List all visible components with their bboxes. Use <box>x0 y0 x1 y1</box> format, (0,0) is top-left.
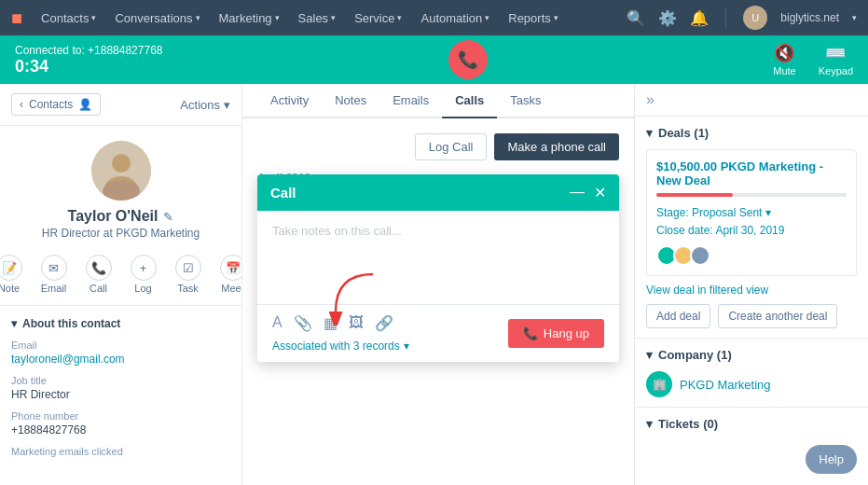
top-navigation: ■ Contacts ▾ Conversations ▾ Marketing ▾… <box>0 0 868 35</box>
email-value: tayloroneil@gmail.com <box>11 353 230 366</box>
associated-records-button[interactable]: Associated with 3 records ▾ <box>272 340 409 353</box>
call-button[interactable]: 📞 Call <box>80 251 117 298</box>
actions-menu-button[interactable]: Actions ▾ <box>180 98 230 112</box>
minimize-icon[interactable]: — <box>570 184 585 201</box>
email-label: Email <box>11 340 230 351</box>
call-modal-body[interactable]: Take notes on this call... <box>257 211 619 304</box>
tab-notes[interactable]: Notes <box>322 84 379 118</box>
tabs-bar: Activity Notes Emails Calls Tasks <box>242 84 634 118</box>
task-button[interactable]: ☑ Task <box>170 251 207 298</box>
contacts-back-button[interactable]: ‹ Contacts 👤 <box>11 93 101 116</box>
marketing-field: Marketing emails clicked <box>11 446 230 457</box>
tab-activity[interactable]: Activity <box>257 84 322 118</box>
keypad-button[interactable]: ⌨️ Keypad <box>819 43 853 76</box>
email-field: Email tayloroneil@gmail.com <box>11 340 230 366</box>
chevron-down-icon: ▾ <box>91 13 96 22</box>
nav-reports[interactable]: Reports ▾ <box>501 7 566 29</box>
deal-progress-fill <box>656 193 733 197</box>
tab-tasks[interactable]: Tasks <box>497 84 554 118</box>
chevron-down-icon: ▾ <box>331 13 336 22</box>
call-modal-controls: — ✕ <box>570 184 606 201</box>
view-deal-link[interactable]: View deal in filtered view <box>646 284 857 297</box>
edit-contact-icon[interactable]: ✎ <box>163 210 173 224</box>
nav-automation[interactable]: Automation ▾ <box>413 7 497 29</box>
tickets-section: ▾ Tickets (0) <box>635 408 868 450</box>
marketing-label: Marketing emails clicked <box>11 446 230 457</box>
company-section-header[interactable]: ▾ Company (1) <box>646 348 857 362</box>
deal-avatar-3 <box>690 245 710 266</box>
mute-button[interactable]: 🔇 Mute <box>773 43 795 76</box>
add-deal-button[interactable]: Add deal <box>646 304 710 328</box>
avatar <box>91 141 151 201</box>
deal-name[interactable]: $10,500.00 PKGD Marketing - New Deal <box>656 159 847 187</box>
nav-divider <box>725 8 726 27</box>
about-section: ▾ About this contact Email tayloroneil@g… <box>0 305 241 478</box>
phone-icon: 📞 <box>86 255 112 281</box>
email-button[interactable]: ✉ Email <box>35 251 73 298</box>
expand-sidebar-button[interactable]: » <box>635 84 868 117</box>
call-modal-header: Call — ✕ <box>257 174 619 211</box>
jobtitle-value: HR Director <box>11 388 230 401</box>
hubspot-logo: ■ <box>11 7 22 29</box>
nav-marketing[interactable]: Marketing ▾ <box>212 7 287 29</box>
call-modal-footer: A 📎 ▦ 🖼 🔗 Associated with 3 records ▾ 📞 <box>257 304 619 362</box>
deals-section-header[interactable]: ▾ Deals (1) <box>646 126 857 140</box>
about-section-header[interactable]: ▾ About this contact <box>11 317 230 330</box>
nav-contacts[interactable]: Contacts ▾ <box>34 7 103 29</box>
attachment-icon[interactable]: 📎 <box>294 314 312 332</box>
nav-service[interactable]: Service ▾ <box>347 7 409 29</box>
deals-chevron-icon: ▾ <box>646 126 653 140</box>
jobtitle-label: Job title <box>11 375 230 386</box>
back-arrow-icon: ‹ <box>20 98 23 111</box>
tab-calls[interactable]: Calls <box>442 84 497 118</box>
note-button[interactable]: 📝 Note <box>0 251 28 298</box>
center-content: Activity Notes Emails Calls Tasks Log Ca… <box>242 84 635 485</box>
tab-emails[interactable]: Emails <box>379 84 442 118</box>
call-modal-title: Call <box>270 185 296 201</box>
call-banner: Connected to: +18884827768 0:34 📞 🔇 Mute… <box>0 35 868 84</box>
nav-conversations[interactable]: Conversations ▾ <box>107 7 207 29</box>
deal-card: $10,500.00 PKGD Marketing - New Deal Sta… <box>646 149 857 276</box>
search-icon[interactable]: 🔍 <box>627 9 645 27</box>
email-icon: ✉ <box>41 255 67 281</box>
jobtitle-field: Job title HR Director <box>11 375 230 401</box>
close-icon[interactable]: ✕ <box>594 184 606 201</box>
contact-name-row: Taylor O'Neil ✎ <box>68 208 174 225</box>
deal-stage-value[interactable]: Proposal Sent ▾ <box>692 206 771 219</box>
call-modal: Call — ✕ Take notes on this call... A 📎 … <box>257 174 619 362</box>
sidebar-top-bar: ‹ Contacts 👤 Actions ▾ <box>0 84 241 126</box>
chevron-down-icon: ▾ <box>275 13 280 22</box>
create-deal-button[interactable]: Create another deal <box>718 304 837 328</box>
task-icon: ☑ <box>175 255 201 281</box>
tickets-section-header[interactable]: ▾ Tickets (0) <box>646 417 857 431</box>
deals-section: ▾ Deals (1) $10,500.00 PKGD Marketing - … <box>635 117 868 339</box>
make-phone-call-button[interactable]: Make a phone call <box>494 133 619 160</box>
account-chevron-icon: ▾ <box>852 13 857 22</box>
deal-close-date: April 30, 2019 <box>715 224 784 237</box>
right-sidebar: » ▾ Deals (1) $10,500.00 PKGD Marketing … <box>635 84 868 485</box>
hangup-icon: 📞 <box>523 326 538 340</box>
log-call-button[interactable]: Log Call <box>415 133 488 160</box>
chevron-down-icon: ▾ <box>485 13 489 22</box>
company-chevron-icon: ▾ <box>646 348 653 362</box>
meet-button[interactable]: 📅 Meet <box>214 251 243 298</box>
user-avatar[interactable]: U <box>743 6 767 30</box>
notifications-icon[interactable]: 🔔 <box>690 9 709 27</box>
nav-sales[interactable]: Sales ▾ <box>291 7 344 29</box>
about-chevron-icon: ▾ <box>11 317 17 330</box>
deal-action-buttons: Add deal Create another deal <box>646 304 857 328</box>
call-info: Connected to: +18884827768 0:34 <box>15 44 162 76</box>
hangup-modal-button[interactable]: 📞 Hang up <box>508 319 604 348</box>
help-button[interactable]: Help <box>806 445 857 474</box>
log-button[interactable]: + Log <box>125 251 162 298</box>
meet-icon: 📅 <box>220 255 243 281</box>
settings-icon[interactable]: ⚙️ <box>658 9 677 27</box>
end-call-button[interactable]: 📞 <box>448 40 488 79</box>
contact-quick-actions: 📝 Note ✉ Email 📞 Call + Log ☑ Task <box>0 251 242 298</box>
svg-point-1 <box>112 154 131 173</box>
deal-avatars <box>656 245 847 266</box>
deal-stage-row: Stage: Proposal Sent ▾ <box>656 204 847 222</box>
company-name[interactable]: PKGD Marketing <box>680 378 771 392</box>
format-text-icon[interactable]: A <box>272 314 282 332</box>
call-connected-label: Connected to: +18884827768 <box>15 44 162 57</box>
